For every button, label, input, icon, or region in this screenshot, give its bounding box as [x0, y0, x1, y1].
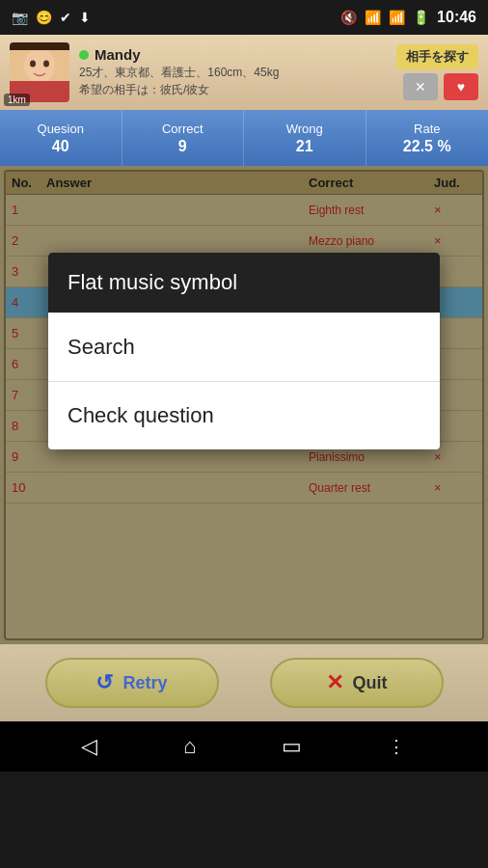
- stats-bar: Quesion 40 Correct 9 Wrong 21 Rate 22.5 …: [0, 110, 488, 166]
- search-partner-btn[interactable]: 相手を探す: [396, 44, 478, 69]
- profile-name: Mandy: [95, 46, 141, 63]
- distance-badge: 1km: [4, 94, 30, 106]
- check-icon: ✔: [60, 10, 71, 25]
- rate-value: 22.5 %: [403, 138, 451, 155]
- stat-wrong: Wrong 21: [244, 110, 366, 166]
- like-button[interactable]: ♥: [444, 73, 478, 100]
- nav-bar: ◁ ⌂ ▭ ⋮: [0, 721, 488, 772]
- smiley-icon: 😊: [36, 10, 52, 25]
- quit-icon: ✕: [326, 670, 343, 695]
- correct-value: 9: [178, 138, 187, 155]
- skip-button[interactable]: ✕: [403, 73, 438, 100]
- wrong-value: 21: [296, 138, 313, 155]
- bottom-buttons: ↺ Retry ✕ Quit: [0, 644, 488, 721]
- action-buttons: ✕ ♥: [403, 73, 478, 100]
- context-search-item[interactable]: Search: [48, 312, 440, 381]
- quit-button[interactable]: ✕ Quit: [270, 658, 444, 708]
- battery-icon: 🔋: [413, 10, 429, 25]
- svg-point-2: [30, 61, 36, 68]
- context-overlay[interactable]: Flat music symbol Search Check question: [0, 166, 488, 644]
- home-button[interactable]: ⌂: [183, 734, 196, 759]
- table-area: No. Answer Correct Jud. 1 Eighth rest × …: [0, 166, 488, 644]
- wifi-icon: 📶: [365, 10, 381, 25]
- recent-apps-button[interactable]: ▭: [282, 734, 302, 759]
- correct-label: Correct: [162, 122, 203, 136]
- stat-correct: Correct 9: [122, 110, 245, 166]
- back-button[interactable]: ◁: [81, 734, 97, 759]
- retry-label: Retry: [122, 673, 167, 693]
- retry-button[interactable]: ↺ Retry: [45, 658, 219, 708]
- question-label: Quesion: [38, 122, 84, 136]
- retry-icon: ↺: [95, 670, 113, 695]
- svg-point-1: [24, 48, 55, 83]
- status-time: 10:46: [437, 9, 476, 26]
- stat-question: Quesion 40: [0, 110, 122, 166]
- context-menu: Flat music symbol Search Check question: [48, 253, 440, 449]
- download-icon: ⬇: [79, 10, 91, 25]
- online-indicator: [79, 50, 89, 60]
- menu-dots[interactable]: ⋮: [388, 736, 407, 757]
- context-check-item[interactable]: Check question: [48, 381, 440, 449]
- quit-label: Quit: [353, 673, 388, 693]
- signal-icon: 📶: [389, 10, 405, 25]
- rate-label: Rate: [414, 122, 440, 136]
- mute-icon: 🔇: [340, 10, 357, 25]
- status-bar: 📷 😊 ✔ ⬇ 🔇 📶 📶 🔋 10:46: [0, 0, 488, 35]
- svg-rect-5: [10, 42, 69, 50]
- svg-point-3: [43, 61, 49, 68]
- question-value: 40: [52, 138, 69, 155]
- notification-icon: 📷: [12, 10, 28, 25]
- wrong-label: Wrong: [286, 122, 323, 136]
- stat-rate: Rate 22.5 %: [366, 110, 489, 166]
- context-menu-title: Flat music symbol: [48, 253, 440, 312]
- profile-banner: 1km Mandy 25才、東京都、看護士、160cm、45kg 希望の相手は：…: [0, 35, 488, 110]
